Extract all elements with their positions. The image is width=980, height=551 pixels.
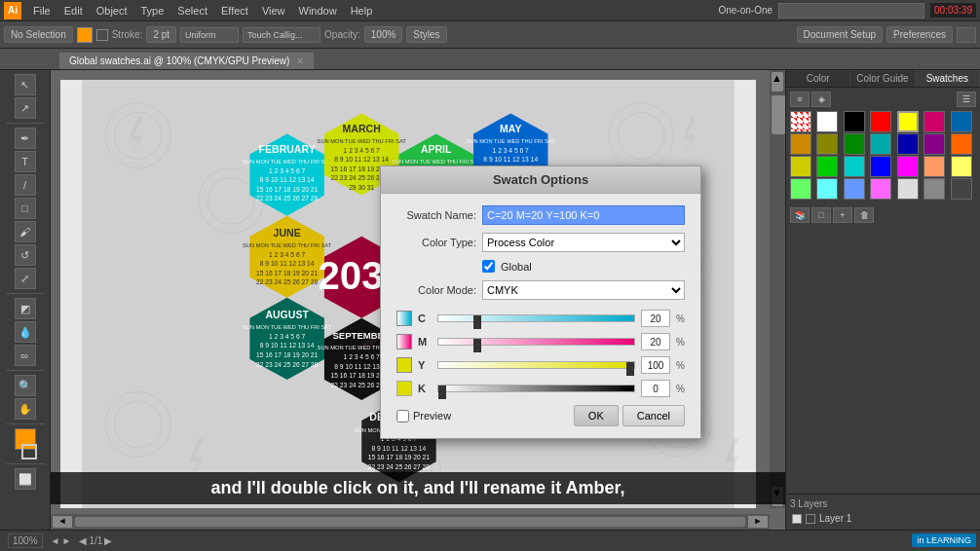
menu-window[interactable]: Window [293,3,343,18]
prev-page[interactable]: ◄ [51,535,60,546]
type-tool-btn[interactable]: T [15,151,36,172]
zoom-tool-btn[interactable]: 🔍 [15,375,36,396]
new-color-group-btn[interactable]: □ [811,207,831,223]
swatch-c1[interactable] [790,133,811,155]
file-tab[interactable]: Global swatches.ai @ 100% (CMYK/GPU Prev… [58,52,315,69]
tab-close[interactable]: ✕ [296,55,304,66]
swatch-none[interactable] [790,111,811,132]
scroll-thumb[interactable] [772,95,785,134]
swatch-c6[interactable] [923,133,945,155]
swatch-c21[interactable] [951,178,972,200]
selection-tool[interactable]: No Selection [4,26,73,43]
screen-mode-btn[interactable]: ⬜ [15,468,36,490]
menu-view[interactable]: View [256,3,291,18]
c-value[interactable]: 20 [641,310,670,327]
brush-tool-btn[interactable]: 🖌 [15,221,36,242]
menu-type[interactable]: Type [135,3,170,18]
swatch-blue[interactable] [951,111,972,132]
artboard-prev[interactable]: ◀ [79,535,87,546]
layer-lock[interactable] [806,514,815,524]
y-slider[interactable] [437,358,635,372]
menu-help[interactable]: Help [345,3,379,18]
global-checkbox[interactable] [482,260,495,273]
swatch-c11[interactable] [870,156,891,177]
swatch-c14[interactable] [951,156,972,177]
k-slider[interactable] [437,382,635,395]
swatch-c10[interactable] [844,156,865,177]
swatch-c5[interactable] [897,133,919,155]
styles-btn[interactable]: Styles [406,26,446,43]
next-page[interactable]: ► [61,535,71,546]
swatch-c12[interactable] [897,156,919,177]
swatch-menu-btn[interactable]: ☰ [957,92,976,107]
k-color-icon[interactable] [396,381,412,396]
swatch-c18[interactable] [870,178,891,200]
stroke-indicator[interactable] [21,444,37,459]
swatch-c19[interactable] [897,178,919,200]
opacity-value[interactable]: 100% [364,26,403,43]
swatch-black[interactable] [844,111,865,132]
swatch-name-input[interactable] [482,205,685,225]
swatch-white[interactable] [816,111,838,132]
swatch-kind-btn[interactable]: ◈ [811,92,831,107]
doc-setup-btn[interactable]: Document Setup [797,26,884,43]
hand-tool-btn[interactable]: ✋ [15,398,36,420]
delete-swatch-btn[interactable]: 🗑 [854,207,874,223]
swatch-c3[interactable] [844,133,865,155]
zoom-level[interactable]: 100% [8,533,43,548]
stroke-weight[interactable]: 2 pt [146,26,176,43]
swatch-c8[interactable] [790,156,811,177]
y-value[interactable]: 100 [641,356,670,374]
swatch-c2[interactable] [816,133,838,155]
menu-object[interactable]: Object [91,3,133,18]
line-tool-btn[interactable]: / [15,174,36,196]
swatch-c16[interactable] [816,178,838,200]
tab-color-guide[interactable]: Color Guide [850,70,915,87]
stroke-options[interactable]: Uniform [180,27,239,43]
horizontal-scrollbar[interactable]: ◄ ► [51,514,770,530]
color-mode-select[interactable]: CMYK RGB HSB [482,280,685,300]
menu-edit[interactable]: Edit [58,3,89,18]
fill-color[interactable] [77,27,93,43]
rect-tool-btn[interactable]: □ [15,198,36,219]
extra-options[interactable] [957,27,976,43]
selection-tool-btn[interactable]: ↖ [15,74,36,95]
swatch-yellow[interactable] [897,111,919,132]
eyedrop-tool-btn[interactable]: 💧 [15,321,36,343]
swatch-c15[interactable] [790,178,811,200]
swatch-c20[interactable] [923,178,945,200]
swatch-c13[interactable] [923,156,945,177]
gradient-tool-btn[interactable]: ◩ [15,298,36,319]
c-slider[interactable] [437,312,635,325]
menu-file[interactable]: File [27,3,57,18]
k-value[interactable]: 0 [641,380,670,397]
swatch-c17[interactable] [844,178,865,200]
y-color-icon[interactable] [396,357,412,373]
show-all-btn[interactable]: ≡ [790,92,810,107]
artboard-next[interactable]: ▶ [104,535,112,546]
ok-button[interactable]: OK [574,405,619,426]
swatch-c5m100[interactable] [923,111,945,132]
m-value[interactable]: 20 [641,333,670,350]
c-color-icon[interactable] [396,311,412,326]
stroke-color[interactable] [96,29,108,41]
preview-checkbox[interactable] [396,410,409,422]
preferences-btn[interactable]: Preferences [886,26,953,43]
tab-color[interactable]: Color [786,70,850,87]
direct-select-btn[interactable]: ↗ [15,97,36,119]
swatch-c4[interactable] [870,133,891,155]
pen-tool-btn[interactable]: ✒ [15,128,36,149]
swatch-c7[interactable] [951,133,972,155]
blend-tool-btn[interactable]: ∞ [15,345,36,366]
color-type-select[interactable]: Process Color Spot Color [482,233,685,252]
m-slider[interactable] [437,335,635,349]
swatch-red[interactable] [870,111,891,132]
m-color-icon[interactable] [396,334,412,349]
brush-options[interactable]: Touch Callig... [243,27,320,43]
new-swatch-btn[interactable]: + [833,207,852,223]
rotate-tool-btn[interactable]: ↺ [15,244,36,266]
menu-effect[interactable]: Effect [215,3,254,18]
scale-tool-btn[interactable]: ⤢ [15,268,36,289]
cancel-button[interactable]: Cancel [622,405,685,426]
scroll-thumb-up[interactable]: ▲ [772,72,783,92]
